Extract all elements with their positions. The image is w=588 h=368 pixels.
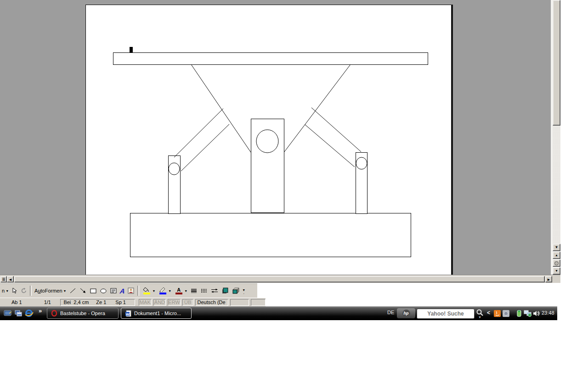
autoshapes-label: AutoFormen — [34, 288, 62, 293]
yahoo-search-input[interactable] — [417, 309, 475, 319]
taskbar: » Bastelstube - Opera W Dokument1 - Micr… — [0, 306, 557, 320]
drawing-shape[interactable] — [174, 109, 223, 157]
wordart-button[interactable]: A — [119, 286, 126, 296]
threed-button[interactable] — [230, 286, 241, 296]
drawing-shape[interactable] — [251, 119, 284, 213]
drawing-shape[interactable] — [356, 152, 367, 213]
textbox-tool-button[interactable] — [108, 286, 119, 296]
select-browse-object-button[interactable] — [553, 259, 560, 267]
font-color-bar — [175, 293, 182, 294]
status-section: Ab 1 — [11, 299, 22, 305]
line-style-button[interactable] — [189, 286, 199, 296]
status-mode-mak[interactable]: MAK — [139, 299, 152, 306]
select-arrow-icon — [11, 288, 18, 294]
dash-style-button[interactable] — [199, 286, 209, 296]
rectangle-tool-button[interactable] — [88, 286, 98, 296]
chevron-down-icon: ▼ — [6, 289, 9, 293]
status-language-panel[interactable]: Deutsch (De — [195, 299, 229, 306]
scroll-down-button[interactable]: ▼ — [553, 244, 560, 251]
status-position-panel: Bei 2,4 cm Ze 1 Sp 1 — [60, 299, 135, 306]
draw-menu-button[interactable]: n▼ — [0, 286, 10, 296]
hscroll-thumb[interactable] — [14, 276, 545, 282]
hp-logo: hp — [402, 310, 410, 317]
document-page[interactable] — [85, 5, 452, 276]
shadow-button[interactable] — [220, 286, 230, 296]
internet-explorer-icon[interactable] — [24, 309, 34, 317]
line-tool-button[interactable] — [68, 286, 78, 296]
word-art-icon: A — [119, 287, 125, 295]
drawing-shape[interactable] — [130, 213, 411, 257]
toolbar-options-button[interactable]: ▼ . — [241, 286, 246, 296]
ms-word-icon: W — [125, 310, 131, 317]
quick-launch-chevron[interactable]: » — [39, 307, 42, 314]
background-fill — [257, 283, 560, 298]
drawing-shape[interactable] — [311, 108, 361, 152]
window-switcher-icon[interactable] — [14, 309, 23, 317]
font-color-button[interactable]: A ▼ — [173, 286, 189, 296]
status-page-panel: Ab 1 1/1 — [1, 299, 60, 306]
status-mode-erw[interactable]: ERW — [168, 299, 181, 306]
drawing-shape[interactable] — [168, 155, 180, 213]
line-color-icon — [159, 287, 166, 292]
status-mode-ub[interactable]: ÜB — [182, 299, 193, 306]
drawing-shape[interactable] — [130, 47, 133, 53]
show-desktop-icon[interactable] — [4, 309, 12, 317]
drawing-shape[interactable] — [191, 64, 251, 152]
arrow-icon — [79, 287, 87, 294]
document-drawing — [86, 5, 452, 276]
battery-icon[interactable] — [516, 310, 522, 317]
volume-icon[interactable] — [532, 310, 540, 317]
tray-collapse-chevron[interactable]: < — [487, 310, 490, 316]
taskbar-button-word[interactable]: W Dokument1 - Micro... — [121, 308, 192, 319]
drawing-shape[interactable] — [181, 124, 229, 171]
tray-language-indicator[interactable]: DE — [387, 310, 394, 315]
select-objects-button[interactable] — [10, 286, 19, 296]
arrow-style-icon — [210, 288, 219, 294]
drawing-shape[interactable] — [284, 64, 351, 152]
opera-icon — [51, 310, 57, 316]
chevron-down-icon: ▼ — [63, 289, 67, 293]
drawing-shape[interactable] — [113, 52, 428, 64]
tray-clock[interactable]: 23:48 — [542, 310, 554, 316]
shadow-icon — [221, 287, 229, 294]
taskbar-button-opera[interactable]: Bastelstube - Opera — [47, 308, 119, 319]
outline-view-icon: ≣ — [2, 277, 6, 282]
status-at-value: 2,4 cm — [74, 299, 89, 305]
status-mode-and[interactable]: ÄND — [153, 299, 166, 306]
search-dropdown-chevron[interactable]: ▼ — [478, 316, 481, 319]
vscroll-track[interactable] — [553, 126, 560, 244]
line-style-icon — [190, 288, 198, 294]
vertical-scrollbar[interactable]: ▼ ▲ ▼ — [553, 0, 560, 275]
previous-page-button[interactable]: ▲ — [553, 252, 560, 259]
toolbar-separator — [137, 286, 139, 296]
network-icon[interactable] — [524, 310, 532, 317]
tray-app-icon[interactable] — [503, 310, 509, 317]
status-column: Sp 1 — [115, 299, 126, 305]
arrow-style-button[interactable] — [209, 286, 220, 296]
next-page-button[interactable]: ▼ — [553, 267, 560, 275]
arrow-down-icon: ▼ — [555, 246, 559, 249]
autoshapes-button[interactable]: AutoFormen ▼ — [33, 286, 68, 296]
oval-icon — [100, 287, 107, 294]
vscroll-thumb[interactable] — [553, 0, 560, 126]
line-color-button[interactable]: ▼ — [157, 286, 173, 296]
status-at-label: Bei — [63, 299, 71, 305]
rotate-icon — [21, 288, 27, 294]
background-fill — [560, 0, 588, 306]
chevron-down-icon: ▼ — [184, 289, 187, 293]
clipart-button[interactable] — [126, 286, 136, 296]
drawing-shape[interactable] — [305, 125, 355, 167]
scroll-left-button[interactable]: ◀ — [7, 276, 14, 282]
scroll-right-button[interactable]: ▶ — [545, 276, 552, 282]
arrow-tool-button[interactable] — [78, 286, 88, 296]
chevron-down-icon: ▼ — [168, 289, 171, 293]
hp-button[interactable]: hp — [397, 308, 415, 318]
java-tray-icon[interactable] — [494, 310, 501, 317]
horizontal-scrollbar[interactable]: ≣ ◀ ▶ — [0, 275, 560, 283]
font-color-icon: A — [177, 288, 181, 292]
view-button[interactable]: ≣ — [0, 276, 7, 282]
svg-text:W: W — [126, 312, 130, 316]
free-rotate-button[interactable] — [19, 286, 28, 296]
oval-tool-button[interactable] — [98, 286, 108, 296]
fill-color-button[interactable]: ▼ — [141, 286, 157, 296]
